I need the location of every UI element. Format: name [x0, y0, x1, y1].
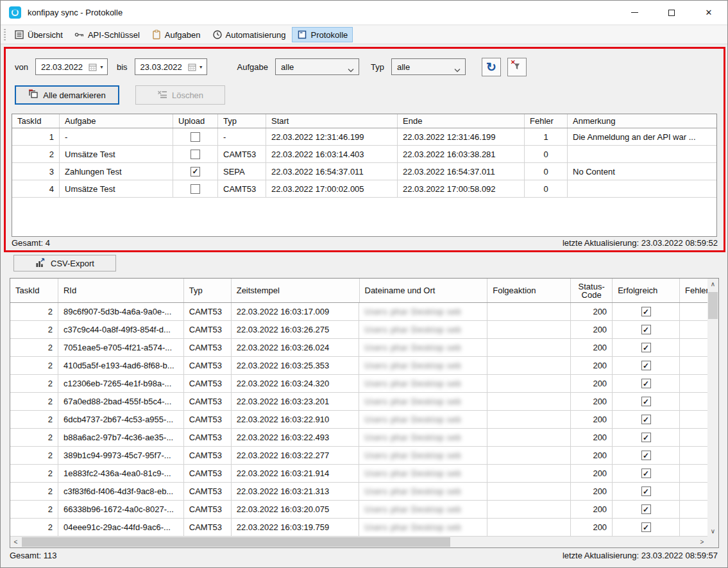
- cell-zeitstempel: 22.03.2022 16:03:23.201: [232, 393, 360, 410]
- upload-checkbox[interactable]: [190, 167, 200, 176]
- table-row[interactable]: 4Umsätze TestCAMT5322.03.2022 17:00:02.0…: [12, 180, 716, 198]
- table-row[interactable]: 2Umsätze TestCAMT5322.03.2022 16:03:14.4…: [12, 146, 716, 163]
- col-typ[interactable]: Typ: [184, 279, 232, 302]
- cell-dateiname-blurred: Users phar Desktop seb: [359, 357, 487, 374]
- table-row[interactable]: 27051eae5-e705-4f21-a574-...CAMT5322.03.…: [10, 339, 707, 357]
- notebook-icon: [297, 30, 307, 40]
- von-date-picker[interactable]: 22.03.2022 ▼: [35, 58, 108, 75]
- col-zeitstempel[interactable]: Zeitstempel: [232, 279, 360, 302]
- col-folgeaktion[interactable]: Folgeaktion: [487, 279, 571, 302]
- erfolgreich-checkbox[interactable]: [641, 415, 651, 424]
- table-row[interactable]: 2c3f83f6d-f406-4d3f-9ac8-eb...CAMT5322.0…: [10, 483, 707, 501]
- horizontal-scrollbar[interactable]: < >: [10, 537, 707, 547]
- scroll-right-icon[interactable]: >: [697, 537, 707, 547]
- vertical-scrollbar-thumb[interactable]: [708, 292, 718, 319]
- cell-upload: [173, 128, 218, 145]
- erfolgreich-checkbox[interactable]: [641, 325, 651, 334]
- maximize-button[interactable]: [653, 1, 690, 24]
- table-row[interactable]: 3Zahlungen TestSEPA22.03.2022 16:54:37.0…: [12, 163, 716, 180]
- chevron-down-icon: [348, 65, 354, 69]
- col-typ[interactable]: Typ: [218, 114, 266, 128]
- cell-zeitstempel: 22.03.2022 16:03:24.320: [232, 375, 360, 392]
- erfolgreich-checkbox[interactable]: [641, 397, 651, 406]
- col-upload[interactable]: Upload: [173, 114, 218, 128]
- erfolgreich-checkbox[interactable]: [641, 361, 651, 370]
- tab-automatisierung[interactable]: Automatisierung: [207, 27, 291, 42]
- erfolgreich-checkbox[interactable]: [641, 522, 651, 532]
- col-rid[interactable]: RId: [58, 279, 184, 302]
- col-dateiname[interactable]: Dateiname und Ort: [360, 279, 488, 302]
- scroll-left-icon[interactable]: <: [10, 537, 21, 547]
- upload-checkbox[interactable]: [190, 184, 200, 194]
- col-ende[interactable]: Ende: [398, 114, 525, 128]
- col-status-code[interactable]: Status-Code: [571, 279, 613, 302]
- close-button[interactable]: ✕: [690, 1, 727, 24]
- minimize-button[interactable]: [616, 1, 653, 24]
- clear-filter-button[interactable]: ✕: [507, 58, 527, 76]
- cell-fehler: [680, 465, 707, 482]
- cell-aufgabe: Zahlungen Test: [60, 163, 173, 180]
- aufgabe-dropdown[interactable]: alle: [275, 58, 359, 75]
- scroll-down-icon[interactable]: ∨: [707, 526, 718, 537]
- erfolgreich-checkbox[interactable]: [641, 379, 651, 388]
- cell-folgeaktion: [487, 465, 571, 482]
- table-row[interactable]: 21e883fc2-436a-4ea0-81c9-...CAMT5322.03.…: [10, 465, 707, 483]
- table-row[interactable]: 2410d5a5f-e193-4ad6-8f68-b...CAMT5322.03…: [10, 357, 707, 375]
- typ-dropdown[interactable]: alle: [391, 58, 466, 75]
- table-row[interactable]: 204eee91c-29ac-44fd-9ac6-...CAMT5322.03.…: [10, 519, 707, 537]
- scroll-up-icon[interactable]: ∧: [707, 279, 718, 289]
- table-row[interactable]: 1--22.03.2022 12:31:46.19922.03.2022 12:…: [12, 128, 716, 146]
- tab-protokolle[interactable]: Protokolle: [292, 27, 353, 42]
- vertical-scrollbar[interactable]: ∧ ∨: [707, 279, 718, 537]
- tab-aufgaben[interactable]: Aufgaben: [146, 27, 206, 42]
- horizontal-scrollbar-thumb[interactable]: [22, 537, 450, 547]
- app-window: konfipay sync - Protokolle ✕ Übersicht A…: [0, 0, 728, 568]
- erfolgreich-checkbox[interactable]: [641, 433, 651, 442]
- blurred-filename: Users phar Desktop seb: [364, 379, 461, 388]
- blurred-filename: Users phar Desktop seb: [364, 361, 461, 370]
- table-row[interactable]: 2389b1c94-9973-45c7-95f7-...CAMT5322.03.…: [10, 447, 707, 465]
- table-row[interactable]: 266338b96-1672-4a0c-8027-...CAMT5322.03.…: [10, 501, 707, 519]
- tab-aufgaben-label: Aufgaben: [165, 30, 201, 40]
- alle-demarkieren-button[interactable]: Alle demarkieren: [15, 85, 119, 105]
- upload-checkbox[interactable]: [190, 132, 200, 142]
- table-row[interactable]: 26dcb4737-2b67-4c53-a955-...CAMT5322.03.…: [10, 411, 707, 429]
- erfolgreich-checkbox[interactable]: [641, 343, 651, 352]
- tab-uebersicht[interactable]: Übersicht: [9, 27, 68, 42]
- erfolgreich-checkbox[interactable]: [641, 469, 651, 478]
- csv-export-button[interactable]: CSV-Export: [13, 255, 116, 271]
- cell-rid: 1e883fc2-436a-4ea0-81c9-...: [58, 465, 184, 482]
- lower-table-body: 289c6f907-5d3b-4a6a-9a0e-...CAMT5322.03.…: [10, 303, 707, 537]
- chevron-down-icon[interactable]: ▼: [99, 65, 104, 69]
- bis-date-picker[interactable]: 23.03.2022 ▼: [135, 58, 207, 75]
- col-start[interactable]: Start: [266, 114, 398, 128]
- table-row[interactable]: 267a0ed88-2bad-455f-b5c4-...CAMT5322.03.…: [10, 393, 707, 411]
- cell-taskid: 2: [10, 465, 58, 482]
- col-erfolgreich[interactable]: Erfolgreich: [613, 279, 680, 302]
- col-taskid[interactable]: TaskId: [12, 114, 60, 128]
- tab-api-schluessel[interactable]: API-Schlüssel: [69, 27, 145, 42]
- col-taskid[interactable]: TaskId: [10, 279, 58, 302]
- overview-icon: [14, 30, 24, 40]
- cell-rid: 410d5a5f-e193-4ad6-8f68-b...: [58, 357, 184, 374]
- erfolgreich-checkbox[interactable]: [641, 504, 651, 514]
- table-row[interactable]: 289c6f907-5d3b-4a6a-9a0e-...CAMT5322.03.…: [10, 303, 707, 321]
- upload-checkbox[interactable]: [190, 150, 200, 159]
- cell-typ: CAMT53: [184, 357, 232, 374]
- table-row[interactable]: 2c12306eb-7265-4e1f-b98a-...CAMT5322.03.…: [10, 375, 707, 393]
- cell-folgeaktion: [487, 429, 571, 446]
- erfolgreich-checkbox[interactable]: [641, 486, 651, 496]
- chevron-down-icon[interactable]: ▼: [199, 65, 203, 69]
- cell-fehler: [680, 429, 707, 446]
- col-fehler[interactable]: Fehler: [680, 279, 707, 302]
- protocol-filter-panel: von 22.03.2022 ▼ bis 23.03.2022 ▼ Aufgab…: [4, 47, 725, 252]
- table-row[interactable]: 2c37c9c44-0a8f-49f3-854f-d...CAMT5322.03…: [10, 321, 707, 339]
- col-fehler[interactable]: Fehler: [525, 114, 568, 128]
- erfolgreich-checkbox[interactable]: [641, 451, 651, 460]
- erfolgreich-checkbox[interactable]: [641, 307, 651, 316]
- table-row[interactable]: 2b88a6ac2-97b7-4c36-ae35-...CAMT5322.03.…: [10, 429, 707, 447]
- refresh-button[interactable]: ↻: [482, 58, 501, 76]
- col-aufgabe[interactable]: Aufgabe: [60, 114, 173, 128]
- col-anmerkung[interactable]: Anmerkung: [568, 114, 716, 128]
- loeschen-button[interactable]: Löschen: [135, 85, 225, 105]
